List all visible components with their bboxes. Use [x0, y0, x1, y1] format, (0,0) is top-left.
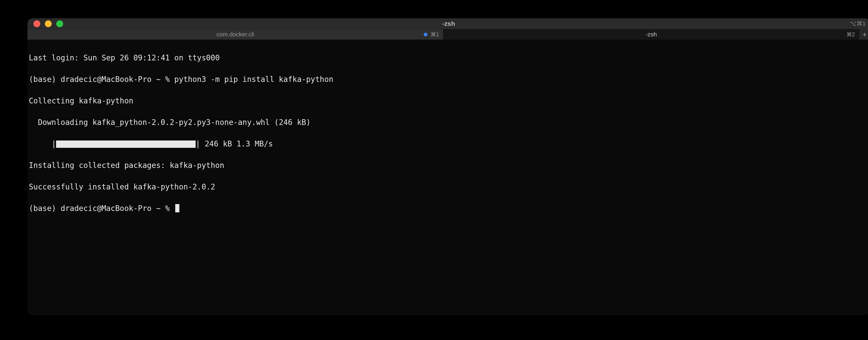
window-title: -zsh: [27, 20, 868, 27]
terminal-line: Collecting kafka-python: [29, 95, 868, 106]
terminal-line: (base) dradecic@MacBook-Pro ~ % python3 …: [29, 74, 868, 85]
stage: -zsh ⌥⌘1 com.docker.cli ⌘1 -zsh ⌘2 + La: [0, 0, 868, 340]
terminal-body[interactable]: Last login: Sun Sep 26 09:12:41 on ttys0…: [27, 40, 868, 315]
new-tab-button[interactable]: +: [859, 29, 868, 39]
tab-label: com.docker.cli: [216, 31, 254, 38]
tab-bar: com.docker.cli ⌘1 -zsh ⌘2 +: [27, 29, 868, 40]
tab-docker-cli[interactable]: com.docker.cli ⌘1: [27, 29, 443, 39]
terminal-line: Downloading kafka_python-2.0.2-py2.py3-n…: [29, 117, 868, 128]
progress-prefix: |: [29, 140, 56, 148]
prompt: (base) dradecic@MacBook-Pro ~ %: [29, 204, 174, 213]
cursor-icon: [175, 204, 179, 212]
terminal-line: Last login: Sun Sep 26 09:12:41 on ttys0…: [29, 52, 868, 63]
traffic-lights: [27, 20, 63, 27]
progress-line: || 246 kB 1.3 MB/s: [29, 138, 868, 149]
activity-indicator-icon: [424, 33, 427, 36]
tab-right-group: ⌘1: [424, 31, 439, 38]
tab-shortcut: ⌘1: [431, 31, 439, 38]
tab-shortcut: ⌘2: [846, 31, 855, 38]
tab-label: -zsh: [646, 31, 657, 38]
terminal-window: -zsh ⌥⌘1 com.docker.cli ⌘1 -zsh ⌘2 + La: [27, 18, 868, 315]
minimize-icon[interactable]: [45, 20, 52, 27]
progress-suffix: | 246 kB 1.3 MB/s: [196, 140, 273, 148]
progress-bar-icon: [56, 141, 196, 148]
terminal-line: Successfully installed kafka-python-2.0.…: [29, 181, 868, 192]
plus-icon: +: [863, 31, 867, 38]
tab-right-group: ⌘2: [846, 31, 855, 38]
tab-zsh[interactable]: -zsh ⌘2: [443, 29, 859, 39]
zoom-icon[interactable]: [56, 20, 63, 27]
terminal-line: Installing collected packages: kafka-pyt…: [29, 160, 868, 171]
prompt-line: (base) dradecic@MacBook-Pro ~ %: [29, 203, 868, 214]
titlebar[interactable]: -zsh ⌥⌘1: [27, 18, 868, 29]
close-icon[interactable]: [33, 20, 40, 27]
window-split-shortcut: ⌥⌘1: [850, 20, 866, 27]
